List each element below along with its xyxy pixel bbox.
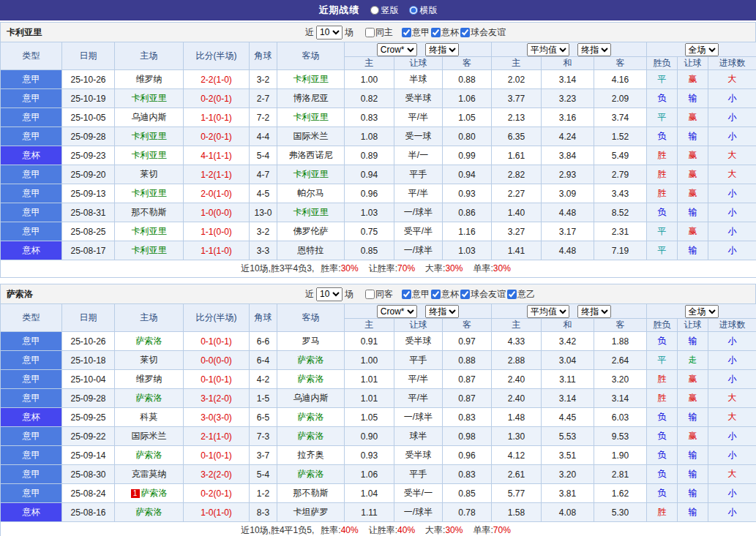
column-header: 客 [594, 319, 647, 332]
league-checkbox[interactable] [460, 28, 470, 37]
euro-home-odds: 2.27 [492, 184, 542, 203]
asian-handicap: 平/半 [394, 370, 443, 389]
asian-away-odds: 1.16 [443, 222, 492, 241]
match-date: 25-09-28 [62, 127, 115, 146]
euro-home-odds: 1.48 [492, 408, 542, 427]
league-checkbox[interactable] [507, 290, 517, 299]
same-venue-filter[interactable]: 同主 [365, 26, 393, 39]
stat-value: 40% [397, 525, 415, 535]
same-venue-checkbox[interactable] [365, 290, 375, 299]
match-date: 25-09-20 [62, 165, 115, 184]
away-team: 卡利亚里 [277, 203, 345, 222]
away-team: 佛罗伦萨 [277, 222, 345, 241]
handicap-result: 输 [678, 503, 708, 522]
league-filter-label: 意乙 [517, 288, 535, 301]
league-filter[interactable]: 球会友谊 [460, 288, 506, 301]
euro-away-odds: 1.62 [594, 484, 647, 503]
match-score: 1-2(1-1) [184, 165, 250, 184]
match-score: 0-2(0-1) [184, 89, 250, 108]
match-result: 胜 [647, 165, 678, 184]
league-filter[interactable]: 意甲 [402, 288, 430, 301]
column-header: 客 [443, 319, 492, 332]
asian-away-odds: 1.05 [443, 108, 492, 127]
recent-count-select[interactable]: 10 [316, 26, 343, 39]
asian-handicap: 受平/半 [394, 222, 443, 241]
asian-handicap: 一/球半 [394, 241, 443, 260]
corner-score: 7-3 [250, 427, 277, 446]
league-filter[interactable]: 意乙 [507, 288, 535, 301]
matches-table: 类型日期主场比分(半场)角球客场 Crow* 终指 平均值 终指 全场 主让球客… [0, 303, 756, 536]
scope-select[interactable]: 全场 [685, 305, 719, 318]
horizontal-layout-radio[interactable] [409, 6, 418, 15]
goals-result: 大 [708, 389, 756, 408]
vertical-layout-radio[interactable] [370, 6, 379, 15]
euro-draw-odds: 3.51 [542, 446, 594, 465]
column-header: 胜负 [647, 319, 678, 332]
odds-company-select[interactable]: Crow* [377, 305, 417, 318]
league-checkbox[interactable] [460, 290, 470, 299]
same-venue-checkbox[interactable] [365, 28, 375, 37]
team-name: 萨索洛 [1, 288, 33, 301]
euro-away-odds: 1.52 [594, 127, 647, 146]
average-stage-select[interactable]: 终指 [577, 43, 611, 56]
away-team: 卡利亚里 [277, 70, 345, 89]
league-checkbox[interactable] [402, 290, 411, 299]
handicap-result: 赢 [678, 70, 708, 89]
euro-home-odds: 4.12 [492, 446, 542, 465]
euro-away-odds: 2.64 [594, 351, 647, 370]
match-date: 25-08-30 [62, 465, 115, 484]
handicap-result: 输 [678, 127, 708, 146]
euro-draw-odds: 3.17 [542, 222, 594, 241]
league-filter-label: 意杯 [441, 288, 459, 301]
euro-home-odds: 5.77 [492, 484, 542, 503]
asian-home-odds: 0.83 [345, 108, 394, 127]
league-checkbox[interactable] [402, 28, 411, 37]
euro-draw-odds: 2.93 [542, 165, 594, 184]
euro-draw-odds: 3.20 [542, 465, 594, 484]
league-type-badge: 意甲 [1, 222, 62, 241]
stat-value: 30% [341, 263, 359, 273]
handicap-result: 输 [678, 89, 708, 108]
layout-option-horizontal[interactable]: 横版 [409, 4, 438, 17]
corner-score: 6-4 [250, 351, 277, 370]
layout-option-vertical[interactable]: 竖版 [370, 4, 399, 17]
asian-away-odds: 0.78 [443, 503, 492, 522]
euro-away-odds: 2.79 [594, 165, 647, 184]
home-team: 科莫 [115, 408, 184, 427]
goals-result: 大 [708, 70, 756, 89]
euro-draw-odds: 3.81 [542, 484, 594, 503]
league-filter[interactable]: 球会友谊 [460, 26, 506, 39]
away-team: 国际米兰 [277, 127, 345, 146]
asian-home-odds: 0.82 [345, 89, 394, 108]
asian-handicap: 一/球半 [394, 203, 443, 222]
average-select[interactable]: 平均值 [527, 305, 569, 318]
asian-home-odds: 1.04 [345, 484, 394, 503]
average-select[interactable]: 平均值 [527, 43, 569, 56]
league-filter[interactable]: 意杯 [431, 26, 459, 39]
odds-stage-select[interactable]: 终指 [425, 305, 459, 318]
odds-stage-select[interactable]: 终指 [425, 43, 459, 56]
goals-result: 小 [708, 203, 756, 222]
odds-company-select[interactable]: Crow* [377, 43, 417, 56]
league-checkbox[interactable] [431, 290, 441, 299]
home-team: 萨索洛 [115, 503, 184, 522]
away-team: 乌迪内斯 [277, 389, 345, 408]
match-date: 25-09-13 [62, 184, 115, 203]
league-filter[interactable]: 意杯 [431, 288, 459, 301]
home-team: 那不勒斯 [115, 203, 184, 222]
column-header: 类型 [1, 42, 62, 70]
recent-count-select[interactable]: 10 [316, 287, 343, 301]
column-header: 客 [443, 57, 492, 70]
league-checkbox[interactable] [431, 28, 441, 37]
handicap-result: 赢 [678, 370, 708, 389]
scope-select[interactable]: 全场 [685, 43, 719, 56]
league-filter[interactable]: 意甲 [402, 26, 430, 39]
euro-away-odds: 3.20 [594, 370, 647, 389]
asian-home-odds: 1.01 [345, 389, 394, 408]
match-result: 平 [647, 241, 678, 260]
match-row: 意甲25-09-20莱切1-2(1-1)4-7卡利亚里0.94平手0.942.8… [1, 165, 756, 184]
match-row: 意甲25-08-31那不勒斯1-0(0-0)13-0卡利亚里1.03一/球半0.… [1, 203, 756, 222]
summary-stat: 胜率:30% [321, 263, 358, 273]
average-stage-select[interactable]: 终指 [577, 305, 611, 318]
same-venue-filter[interactable]: 同客 [365, 288, 393, 301]
